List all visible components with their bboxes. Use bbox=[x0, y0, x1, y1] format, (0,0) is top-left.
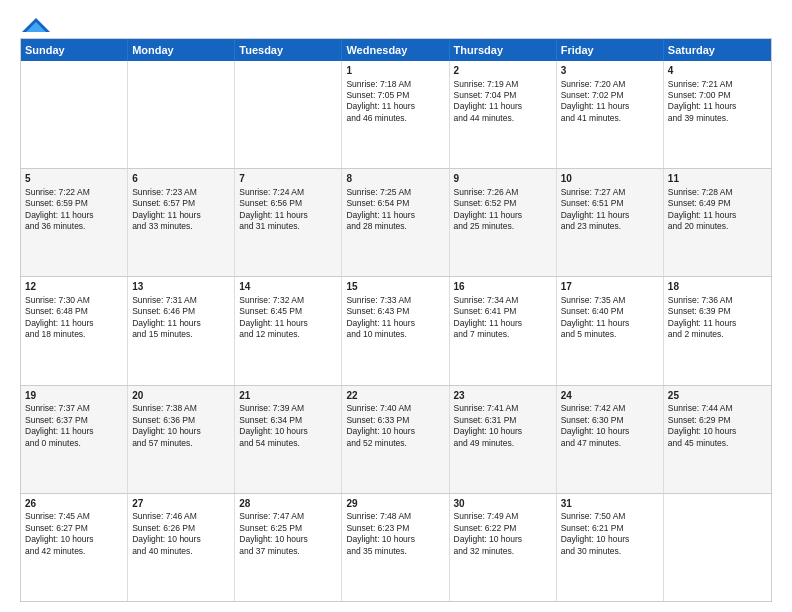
calendar-cell bbox=[128, 61, 235, 168]
day-number: 23 bbox=[454, 389, 552, 403]
day-number: 11 bbox=[668, 172, 767, 186]
day-number: 26 bbox=[25, 497, 123, 511]
calendar-cell bbox=[235, 61, 342, 168]
calendar-cell: 11Sunrise: 7:28 AM Sunset: 6:49 PM Dayli… bbox=[664, 169, 771, 276]
calendar-cell: 29Sunrise: 7:48 AM Sunset: 6:23 PM Dayli… bbox=[342, 494, 449, 601]
day-number: 29 bbox=[346, 497, 444, 511]
header-day-thursday: Thursday bbox=[450, 39, 557, 61]
day-number: 20 bbox=[132, 389, 230, 403]
cell-info: Sunrise: 7:23 AM Sunset: 6:57 PM Dayligh… bbox=[132, 187, 230, 233]
cell-info: Sunrise: 7:38 AM Sunset: 6:36 PM Dayligh… bbox=[132, 403, 230, 449]
calendar-cell: 25Sunrise: 7:44 AM Sunset: 6:29 PM Dayli… bbox=[664, 386, 771, 493]
cell-info: Sunrise: 7:31 AM Sunset: 6:46 PM Dayligh… bbox=[132, 295, 230, 341]
calendar-cell: 7Sunrise: 7:24 AM Sunset: 6:56 PM Daylig… bbox=[235, 169, 342, 276]
calendar-cell: 20Sunrise: 7:38 AM Sunset: 6:36 PM Dayli… bbox=[128, 386, 235, 493]
day-number: 9 bbox=[454, 172, 552, 186]
day-number: 13 bbox=[132, 280, 230, 294]
cell-info: Sunrise: 7:46 AM Sunset: 6:26 PM Dayligh… bbox=[132, 511, 230, 557]
calendar: SundayMondayTuesdayWednesdayThursdayFrid… bbox=[20, 38, 772, 602]
calendar-cell: 23Sunrise: 7:41 AM Sunset: 6:31 PM Dayli… bbox=[450, 386, 557, 493]
calendar-cell: 30Sunrise: 7:49 AM Sunset: 6:22 PM Dayli… bbox=[450, 494, 557, 601]
day-number: 2 bbox=[454, 64, 552, 78]
cell-info: Sunrise: 7:36 AM Sunset: 6:39 PM Dayligh… bbox=[668, 295, 767, 341]
day-number: 6 bbox=[132, 172, 230, 186]
cell-info: Sunrise: 7:45 AM Sunset: 6:27 PM Dayligh… bbox=[25, 511, 123, 557]
day-number: 30 bbox=[454, 497, 552, 511]
cell-info: Sunrise: 7:28 AM Sunset: 6:49 PM Dayligh… bbox=[668, 187, 767, 233]
header-day-monday: Monday bbox=[128, 39, 235, 61]
cell-info: Sunrise: 7:40 AM Sunset: 6:33 PM Dayligh… bbox=[346, 403, 444, 449]
header-day-wednesday: Wednesday bbox=[342, 39, 449, 61]
cell-info: Sunrise: 7:44 AM Sunset: 6:29 PM Dayligh… bbox=[668, 403, 767, 449]
calendar-cell: 15Sunrise: 7:33 AM Sunset: 6:43 PM Dayli… bbox=[342, 277, 449, 384]
day-number: 28 bbox=[239, 497, 337, 511]
cell-info: Sunrise: 7:20 AM Sunset: 7:02 PM Dayligh… bbox=[561, 79, 659, 125]
day-number: 5 bbox=[25, 172, 123, 186]
day-number: 25 bbox=[668, 389, 767, 403]
cell-info: Sunrise: 7:30 AM Sunset: 6:48 PM Dayligh… bbox=[25, 295, 123, 341]
calendar-cell: 27Sunrise: 7:46 AM Sunset: 6:26 PM Dayli… bbox=[128, 494, 235, 601]
header-day-sunday: Sunday bbox=[21, 39, 128, 61]
calendar-cell: 10Sunrise: 7:27 AM Sunset: 6:51 PM Dayli… bbox=[557, 169, 664, 276]
calendar-cell: 26Sunrise: 7:45 AM Sunset: 6:27 PM Dayli… bbox=[21, 494, 128, 601]
calendar-row-4: 26Sunrise: 7:45 AM Sunset: 6:27 PM Dayli… bbox=[21, 493, 771, 601]
page: SundayMondayTuesdayWednesdayThursdayFrid… bbox=[0, 0, 792, 612]
cell-info: Sunrise: 7:22 AM Sunset: 6:59 PM Dayligh… bbox=[25, 187, 123, 233]
calendar-cell: 12Sunrise: 7:30 AM Sunset: 6:48 PM Dayli… bbox=[21, 277, 128, 384]
cell-info: Sunrise: 7:32 AM Sunset: 6:45 PM Dayligh… bbox=[239, 295, 337, 341]
cell-info: Sunrise: 7:50 AM Sunset: 6:21 PM Dayligh… bbox=[561, 511, 659, 557]
day-number: 22 bbox=[346, 389, 444, 403]
calendar-cell: 9Sunrise: 7:26 AM Sunset: 6:52 PM Daylig… bbox=[450, 169, 557, 276]
calendar-cell: 2Sunrise: 7:19 AM Sunset: 7:04 PM Daylig… bbox=[450, 61, 557, 168]
calendar-row-1: 5Sunrise: 7:22 AM Sunset: 6:59 PM Daylig… bbox=[21, 168, 771, 276]
calendar-row-3: 19Sunrise: 7:37 AM Sunset: 6:37 PM Dayli… bbox=[21, 385, 771, 493]
calendar-cell: 14Sunrise: 7:32 AM Sunset: 6:45 PM Dayli… bbox=[235, 277, 342, 384]
cell-info: Sunrise: 7:35 AM Sunset: 6:40 PM Dayligh… bbox=[561, 295, 659, 341]
day-number: 27 bbox=[132, 497, 230, 511]
cell-info: Sunrise: 7:48 AM Sunset: 6:23 PM Dayligh… bbox=[346, 511, 444, 557]
cell-info: Sunrise: 7:27 AM Sunset: 6:51 PM Dayligh… bbox=[561, 187, 659, 233]
day-number: 15 bbox=[346, 280, 444, 294]
logo bbox=[20, 16, 50, 28]
cell-info: Sunrise: 7:26 AM Sunset: 6:52 PM Dayligh… bbox=[454, 187, 552, 233]
day-number: 7 bbox=[239, 172, 337, 186]
calendar-cell: 31Sunrise: 7:50 AM Sunset: 6:21 PM Dayli… bbox=[557, 494, 664, 601]
cell-info: Sunrise: 7:41 AM Sunset: 6:31 PM Dayligh… bbox=[454, 403, 552, 449]
logo-icon bbox=[22, 18, 50, 32]
day-number: 17 bbox=[561, 280, 659, 294]
day-number: 4 bbox=[668, 64, 767, 78]
day-number: 14 bbox=[239, 280, 337, 294]
calendar-row-2: 12Sunrise: 7:30 AM Sunset: 6:48 PM Dayli… bbox=[21, 276, 771, 384]
cell-info: Sunrise: 7:21 AM Sunset: 7:00 PM Dayligh… bbox=[668, 79, 767, 125]
calendar-cell: 24Sunrise: 7:42 AM Sunset: 6:30 PM Dayli… bbox=[557, 386, 664, 493]
cell-info: Sunrise: 7:18 AM Sunset: 7:05 PM Dayligh… bbox=[346, 79, 444, 125]
day-number: 8 bbox=[346, 172, 444, 186]
day-number: 18 bbox=[668, 280, 767, 294]
header bbox=[20, 16, 772, 28]
calendar-cell: 6Sunrise: 7:23 AM Sunset: 6:57 PM Daylig… bbox=[128, 169, 235, 276]
cell-info: Sunrise: 7:25 AM Sunset: 6:54 PM Dayligh… bbox=[346, 187, 444, 233]
cell-info: Sunrise: 7:33 AM Sunset: 6:43 PM Dayligh… bbox=[346, 295, 444, 341]
calendar-cell: 1Sunrise: 7:18 AM Sunset: 7:05 PM Daylig… bbox=[342, 61, 449, 168]
calendar-cell: 17Sunrise: 7:35 AM Sunset: 6:40 PM Dayli… bbox=[557, 277, 664, 384]
cell-info: Sunrise: 7:49 AM Sunset: 6:22 PM Dayligh… bbox=[454, 511, 552, 557]
calendar-cell bbox=[21, 61, 128, 168]
day-number: 24 bbox=[561, 389, 659, 403]
cell-info: Sunrise: 7:24 AM Sunset: 6:56 PM Dayligh… bbox=[239, 187, 337, 233]
day-number: 21 bbox=[239, 389, 337, 403]
calendar-header: SundayMondayTuesdayWednesdayThursdayFrid… bbox=[21, 39, 771, 61]
cell-info: Sunrise: 7:37 AM Sunset: 6:37 PM Dayligh… bbox=[25, 403, 123, 449]
day-number: 16 bbox=[454, 280, 552, 294]
header-day-saturday: Saturday bbox=[664, 39, 771, 61]
calendar-cell: 19Sunrise: 7:37 AM Sunset: 6:37 PM Dayli… bbox=[21, 386, 128, 493]
cell-info: Sunrise: 7:42 AM Sunset: 6:30 PM Dayligh… bbox=[561, 403, 659, 449]
calendar-cell: 22Sunrise: 7:40 AM Sunset: 6:33 PM Dayli… bbox=[342, 386, 449, 493]
cell-info: Sunrise: 7:19 AM Sunset: 7:04 PM Dayligh… bbox=[454, 79, 552, 125]
calendar-cell: 21Sunrise: 7:39 AM Sunset: 6:34 PM Dayli… bbox=[235, 386, 342, 493]
calendar-row-0: 1Sunrise: 7:18 AM Sunset: 7:05 PM Daylig… bbox=[21, 61, 771, 168]
header-day-tuesday: Tuesday bbox=[235, 39, 342, 61]
day-number: 19 bbox=[25, 389, 123, 403]
calendar-cell bbox=[664, 494, 771, 601]
calendar-body: 1Sunrise: 7:18 AM Sunset: 7:05 PM Daylig… bbox=[21, 61, 771, 601]
calendar-cell: 28Sunrise: 7:47 AM Sunset: 6:25 PM Dayli… bbox=[235, 494, 342, 601]
